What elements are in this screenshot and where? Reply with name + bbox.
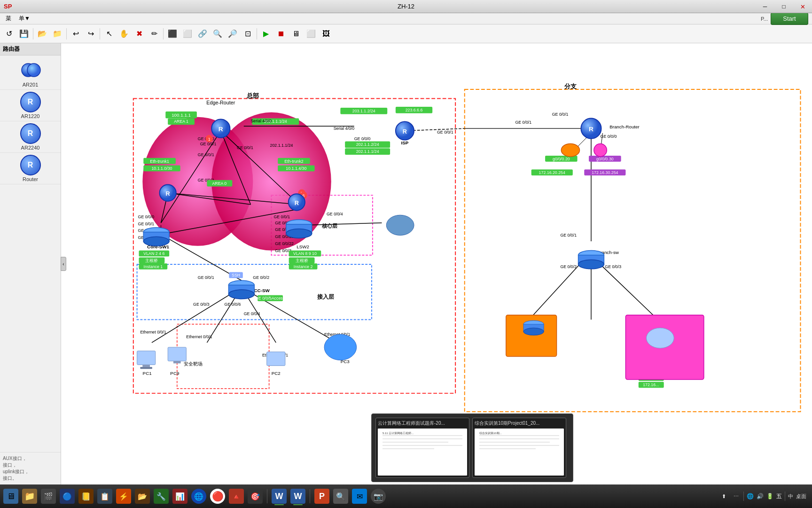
tray-volume[interactable]: 🔊 xyxy=(757,493,764,500)
node-pink-device[interactable] xyxy=(594,143,607,156)
taskbar-icon-9[interactable]: 🔺 xyxy=(227,487,245,505)
label-branch-router: Branch-Router xyxy=(609,124,640,129)
node-branchsw-body[interactable] xyxy=(578,255,604,264)
taskbar-icon-filezilla[interactable]: ⚡ xyxy=(115,487,133,505)
tb-rect[interactable]: ⬛ xyxy=(165,27,180,41)
node-pc2[interactable] xyxy=(267,352,285,365)
label-edge-router: Edge-Router xyxy=(206,100,235,105)
taskbar-cam[interactable]: 📷 xyxy=(369,487,387,505)
taskbar-mail[interactable]: ✉ xyxy=(351,487,368,505)
tb-redo[interactable]: ↪ xyxy=(84,27,98,41)
taskbar-icon-office[interactable]: 📊 xyxy=(171,487,189,505)
node-branch-router[interactable] xyxy=(581,119,601,139)
taskbar-icon-browser[interactable]: 🌐 xyxy=(190,487,208,505)
device-item-ar1220[interactable]: R AR1220 xyxy=(0,90,61,121)
tb-zoom-out[interactable]: 🔎 xyxy=(226,27,240,41)
app-logo: SP xyxy=(4,3,12,10)
word-thumb-1[interactable]: 云计算网络工程师面试题库-20... 5.11 云计算网络工程师... xyxy=(375,418,469,478)
svg-point-30 xyxy=(523,328,544,335)
taskbar-icon-chrome[interactable]: 🔴 xyxy=(209,487,226,505)
tray-expand[interactable]: ⬆ xyxy=(719,492,728,501)
menu-cai[interactable]: 菜 xyxy=(2,14,15,24)
node-orange-device[interactable] xyxy=(561,143,579,156)
taskbar-word-1[interactable]: W xyxy=(270,487,288,505)
node-pc1[interactable] xyxy=(137,351,156,365)
label-area1: AREA 1 xyxy=(174,119,188,124)
word-thumb-2-title: 综合实训第10期Project01_20... xyxy=(475,420,564,427)
tray-network[interactable]: 🌐 xyxy=(747,493,754,500)
taskbar-icon-10[interactable]: 🎯 xyxy=(246,487,264,505)
word-thumb-2[interactable]: 综合实训第10期Project01_20... 综合实训第10期... xyxy=(472,418,566,478)
tb-monitor[interactable]: 🖥 xyxy=(289,27,303,41)
tb-open[interactable]: 📂 xyxy=(35,27,49,41)
tb-select[interactable]: ↖ xyxy=(102,27,116,41)
taskbar-icon-2[interactable]: 📁 xyxy=(21,487,39,505)
taskbar-icon-1[interactable]: 🖥 xyxy=(2,487,20,505)
zone-core xyxy=(271,195,372,255)
label-ge003-coresw: GE 0/0/3 xyxy=(138,235,155,240)
taskbar-ppt[interactable]: P xyxy=(313,487,331,505)
node-pc3[interactable] xyxy=(324,334,357,360)
tb-image[interactable]: 🖼 xyxy=(319,27,333,41)
tray-lang[interactable]: 中 xyxy=(788,493,793,500)
system-tray: ⬆ ⋯ 🌐 🔊 🔋 五 中 桌面 xyxy=(719,492,810,501)
tb-hand[interactable]: ✋ xyxy=(117,27,131,41)
tb-undo[interactable]: ↩ xyxy=(69,27,83,41)
tb-delete[interactable]: ✖ xyxy=(132,27,146,41)
label-eth001-pc9: Ethernet 0/0/1 xyxy=(186,334,212,339)
minimize-button[interactable]: ─ xyxy=(756,0,774,13)
node-edge-router[interactable] xyxy=(211,119,230,138)
start-button[interactable]: Start xyxy=(771,13,808,25)
node-pc1-base xyxy=(142,365,150,367)
tb-save[interactable]: 💾 xyxy=(17,27,31,41)
taskbar-icon-6[interactable]: 📋 xyxy=(96,487,114,505)
node-lsw2-body[interactable] xyxy=(286,224,312,234)
svg-rect-2 xyxy=(165,111,197,119)
tb-folder[interactable]: 📁 xyxy=(50,27,64,41)
node-coresw1-body[interactable] xyxy=(143,232,169,241)
taskbar-icon-8[interactable]: 🔧 xyxy=(152,487,170,505)
tb-play[interactable]: ▶ xyxy=(259,27,273,41)
device-item-router[interactable]: R Router xyxy=(0,153,61,184)
device-item-ar2240[interactable]: R AR2240 xyxy=(0,121,61,153)
node-router2[interactable] xyxy=(160,185,176,201)
node-pc7[interactable] xyxy=(386,215,414,235)
tray-keyboard[interactable]: 五 xyxy=(776,492,782,500)
tb-zoom-in[interactable]: 🔍 xyxy=(211,27,225,41)
label-ip-202-1: 202.1.1.2/24 xyxy=(356,142,379,147)
device-item-ar201[interactable]: AR201 xyxy=(0,56,61,90)
tb-connect[interactable]: 🔗 xyxy=(195,27,210,41)
maximize-button[interactable]: □ xyxy=(774,0,793,13)
node-pc9[interactable] xyxy=(168,347,186,361)
taskbar-word-2[interactable]: W xyxy=(289,487,307,505)
tb-refresh[interactable]: ↺ xyxy=(2,27,16,41)
menu-dan[interactable]: 单▼ xyxy=(15,14,34,24)
close-button[interactable]: ✕ xyxy=(793,0,812,13)
tb-export[interactable]: ⬜ xyxy=(304,27,318,41)
node-branch-orange-area[interactable] xyxy=(506,315,557,357)
node-branch-pink-area[interactable] xyxy=(625,315,703,380)
tray-battery[interactable]: 🔋 xyxy=(766,493,773,500)
taskbar-icon-3[interactable]: 🎬 xyxy=(39,487,57,505)
node-coresw1-top xyxy=(143,228,169,237)
node-pc5[interactable] xyxy=(646,328,674,348)
svg-rect-10 xyxy=(143,165,180,171)
badge-5-text: 5 xyxy=(301,191,303,196)
tb-stop[interactable]: ⏹ xyxy=(274,27,288,41)
tb-fit[interactable]: ⊡ xyxy=(241,27,255,41)
taskbar-icon-5[interactable]: 📒 xyxy=(77,487,95,505)
node-isp[interactable] xyxy=(396,121,414,140)
taskbar-search[interactable]: 🔍 xyxy=(332,487,350,505)
taskbar-icon-7[interactable]: 📂 xyxy=(133,487,151,505)
node-branch-router-label: R xyxy=(589,126,593,133)
tray-more[interactable]: ⋯ xyxy=(731,492,741,501)
tb-pencil[interactable]: ✏ xyxy=(147,27,161,41)
taskbar-icon-4[interactable]: 🔵 xyxy=(58,487,76,505)
node-accsw-body[interactable] xyxy=(228,285,254,294)
node-router5[interactable] xyxy=(289,194,305,210)
sidebar-collapse-button[interactable]: ‹ xyxy=(61,257,66,271)
doc1-preview-svg: 5.11 云计算网络工程师... xyxy=(378,429,467,476)
tb-shape[interactable]: ⬜ xyxy=(180,27,195,41)
tray-desktop[interactable]: 桌面 xyxy=(796,493,806,500)
svg-rect-20 xyxy=(229,272,242,278)
